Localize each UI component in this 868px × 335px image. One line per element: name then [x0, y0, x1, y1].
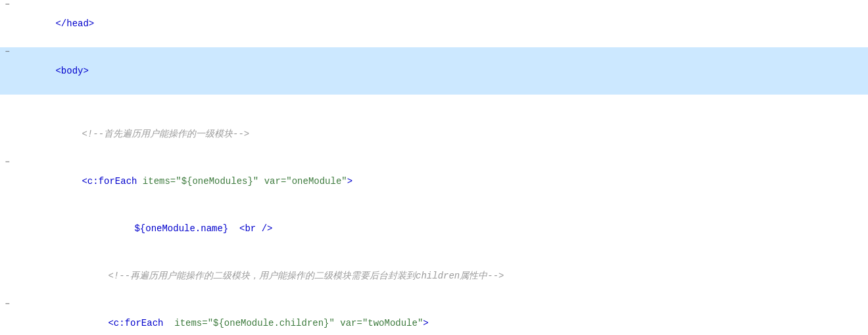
text-space-1	[228, 223, 239, 234]
attr-var-2: var=	[335, 318, 362, 328]
fold-icon-5[interactable]: −	[3, 158, 12, 167]
gutter-1[interactable]: −	[0, 0, 20, 9]
line-content-3	[20, 95, 868, 110]
code-line-7: <!--再遍历用户能操作的二级模块，用户能操作的二级模块需要后台封装到child…	[0, 252, 868, 300]
gutter-2[interactable]: −	[0, 47, 20, 56]
fold-icon-2[interactable]: −	[3, 47, 12, 56]
expr-onemodule-name: ${oneModule.name}	[134, 223, 228, 234]
val-items-2: "${oneModule.children}"	[208, 318, 335, 328]
fold-icon-1[interactable]: −	[3, 0, 12, 9]
comment-1: <!--首先遍历用户能操作的一级模块-->	[82, 129, 249, 139]
tag-foreach-close-bracket-2: >	[423, 318, 428, 328]
code-line-2: − <body>	[0, 47, 868, 95]
val-var-2: "twoModule"	[362, 318, 423, 328]
line-content-8: <c:forEach items="${oneModule.children}"…	[20, 300, 868, 335]
code-line-5: − <c:forEach items="${oneModules}" var="…	[0, 158, 868, 205]
tag-br-1: <br />	[239, 223, 272, 234]
code-line-6: ${oneModule.name} <br />	[0, 205, 868, 252]
line-content-2: <body>	[20, 47, 868, 95]
line-content-6: ${oneModule.name} <br />	[20, 205, 868, 252]
line-content-5: <c:forEach items="${oneModules}" var="on…	[20, 158, 868, 205]
comment-2: <!--再遍历用户能操作的二级模块，用户能操作的二级模块需要后台封装到child…	[108, 271, 504, 281]
gutter-8[interactable]: −	[0, 300, 20, 309]
val-var-1: "oneModule"	[286, 176, 347, 187]
code-line-8: − <c:forEach items="${oneModule.children…	[0, 300, 868, 335]
line-content-4: <!--首先遍历用户能操作的一级模块-->	[20, 110, 868, 158]
line-content-7: <!--再遍历用户能操作的二级模块，用户能操作的二级模块需要后台封装到child…	[20, 252, 868, 300]
code-editor: − </head> − <body> <!--首先遍历用户能操作的一级模块-->…	[0, 0, 868, 335]
attr-items-1: items=	[137, 176, 176, 187]
attr-items-2: items=	[163, 318, 207, 328]
tag-foreach-open-1: <c:forEach	[82, 176, 137, 187]
tag-foreach-close-bracket-1: >	[347, 176, 352, 187]
fold-icon-8[interactable]: −	[3, 300, 12, 309]
tag-head-close: </head>	[55, 18, 94, 29]
code-line-3	[0, 95, 868, 110]
val-items-1: "${oneModules}"	[176, 176, 258, 187]
code-line-1: − </head>	[0, 0, 868, 47]
gutter-5[interactable]: −	[0, 158, 20, 167]
tag-foreach-open-2: <c:forEach	[108, 318, 163, 328]
tag-body-open: <body>	[55, 66, 88, 76]
code-line-4: <!--首先遍历用户能操作的一级模块-->	[0, 110, 868, 158]
attr-var-1: var=	[258, 176, 286, 187]
line-content-1: </head>	[20, 0, 868, 47]
